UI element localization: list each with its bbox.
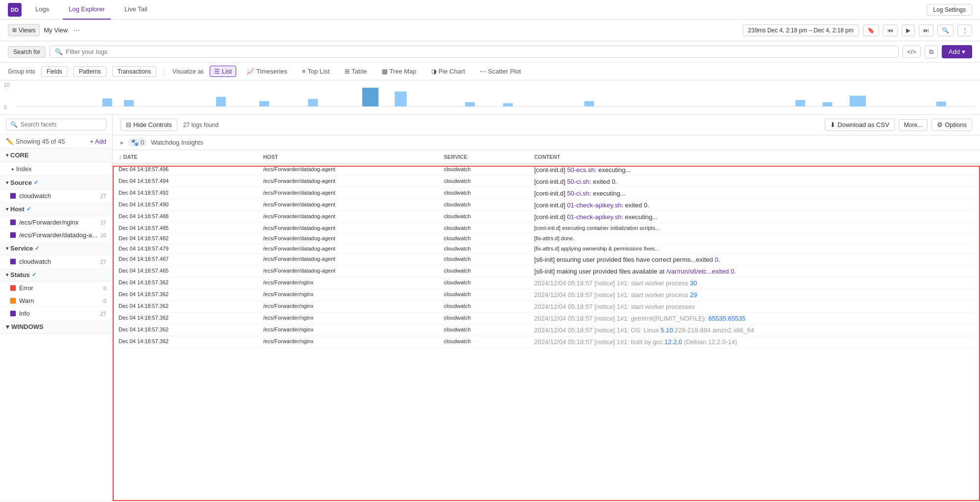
cell-content: 2024/12/04 05:18:57 [notice] 1#1: start … bbox=[528, 277, 980, 289]
time-range-display[interactable]: 239ms Dec 4, 2:18 pm – Dec 4, 2:18 pm bbox=[743, 25, 859, 36]
chart-svg bbox=[16, 82, 974, 112]
gear-icon: ⚙ bbox=[937, 121, 943, 128]
table-row[interactable]: Dec 04 14:18:57.362/ecs/Forwarder/nginxc… bbox=[113, 301, 980, 313]
facet-service-cloudwatch[interactable]: cloudwatch 27 bbox=[0, 255, 112, 268]
table-row[interactable]: Dec 04 14:18:57.479/ecs/Forwarder/datado… bbox=[113, 244, 980, 254]
log-settings-button[interactable]: Log Settings bbox=[927, 4, 972, 16]
expand-icon: ▸ bbox=[121, 139, 124, 146]
table-row[interactable]: Dec 04 14:18:57.362/ecs/Forwarder/nginxc… bbox=[113, 325, 980, 336]
tab-live-tail[interactable]: Live Tail bbox=[119, 0, 153, 20]
chart-area: 10 0 bbox=[0, 80, 980, 115]
section-service[interactable]: ▾ Service ✓ bbox=[0, 242, 112, 255]
hide-controls-button[interactable]: ⊟ Hide Controls bbox=[121, 119, 177, 131]
cell-content: 2024/12/04 05:18:57 [notice] 1#1: getrli… bbox=[528, 313, 980, 325]
checkbox-source-cloudwatch[interactable] bbox=[10, 193, 16, 199]
table-row[interactable]: Dec 04 14:18:57.490/ecs/Forwarder/datado… bbox=[113, 200, 980, 211]
checkbox-service-cloudwatch[interactable] bbox=[10, 258, 16, 265]
cell-content: [s6-init] ensuring user provided files h… bbox=[528, 254, 980, 266]
col-header-content[interactable]: CONTENT bbox=[528, 150, 980, 164]
bookmark-button[interactable]: 🔖 bbox=[863, 25, 879, 36]
table-row[interactable]: Dec 04 14:18:57.362/ecs/Forwarder/nginxc… bbox=[113, 313, 980, 325]
col-header-host[interactable]: HOST bbox=[257, 150, 438, 164]
tab-transactions[interactable]: Transactions bbox=[112, 66, 156, 77]
table-row[interactable]: Dec 04 14:18:57.488/ecs/Forwarder/datado… bbox=[113, 211, 980, 223]
table-row[interactable]: Dec 04 14:18:57.362/ecs/Forwarder/nginxc… bbox=[113, 289, 980, 301]
table-row[interactable]: Dec 04 14:18:57.362/ecs/Forwarder/nginxc… bbox=[113, 336, 980, 348]
checkbox-host-datadog[interactable] bbox=[10, 232, 16, 238]
watchdog-label: Watchdog Insights bbox=[151, 139, 203, 146]
copy-button[interactable]: ⧉ bbox=[925, 46, 938, 58]
top-nav: DD Logs Log Explorer Live Tail Log Setti… bbox=[0, 0, 980, 20]
tab-patterns[interactable]: Patterns bbox=[74, 66, 106, 77]
cell-date: Dec 04 14:18:57.362 bbox=[113, 277, 257, 289]
facet-status-error-count: 0 bbox=[103, 285, 106, 291]
list-icon: ☰ bbox=[214, 68, 220, 75]
cell-date: Dec 04 14:18:57.479 bbox=[113, 244, 257, 254]
section-core[interactable]: ▾ CORE bbox=[0, 149, 112, 162]
code-button[interactable]: </> bbox=[903, 46, 921, 58]
viz-tree-map[interactable]: ▦ Tree Map bbox=[377, 66, 421, 77]
viz-top-list[interactable]: ≡ Top List bbox=[297, 66, 334, 77]
table-row[interactable]: Dec 04 14:18:57.482/ecs/Forwarder/datado… bbox=[113, 233, 980, 244]
group-visualize-bar: Group into Fields Patterns Transactions … bbox=[0, 63, 980, 80]
table-row[interactable]: Dec 04 14:18:57.362/ecs/Forwarder/nginxc… bbox=[113, 277, 980, 289]
checkbox-host-nginx[interactable] bbox=[10, 219, 16, 226]
group-into-label: Group into bbox=[8, 68, 35, 75]
controls-icon: ⊟ bbox=[126, 121, 131, 128]
viz-scatter-plot[interactable]: ⋯ Scatter Plot bbox=[475, 66, 525, 77]
viz-list[interactable]: ☰ List bbox=[210, 66, 236, 77]
viz-table[interactable]: ⊞ Table bbox=[340, 66, 371, 77]
col-header-service[interactable]: SERVICE bbox=[438, 150, 528, 164]
section-source[interactable]: ▾ Source ✓ bbox=[0, 176, 112, 190]
table-row[interactable]: Dec 04 14:18:57.496/ecs/Forwarder/datado… bbox=[113, 164, 980, 176]
options-button[interactable]: ⚙ Options bbox=[931, 119, 972, 131]
facet-status-error[interactable]: Error 0 bbox=[0, 282, 112, 295]
checkbox-status-info[interactable] bbox=[10, 310, 16, 317]
cell-content: [cont-init.d] executing container initia… bbox=[528, 223, 980, 233]
table-row[interactable]: Dec 04 14:18:57.465/ecs/Forwarder/datado… bbox=[113, 266, 980, 277]
tab-logs[interactable]: Logs bbox=[29, 0, 55, 20]
sidebar-search-input[interactable] bbox=[21, 121, 102, 128]
more-nav-button[interactable]: ⋮ bbox=[957, 25, 972, 36]
viz-pie-chart[interactable]: ◑ Pie Chart bbox=[427, 66, 469, 77]
facet-status-warn[interactable]: Warn 0 bbox=[0, 295, 112, 307]
y-max-label: 10 bbox=[4, 82, 9, 88]
facet-status-info[interactable]: Info 27 bbox=[0, 307, 112, 320]
watchdog-row[interactable]: ▸ 🐾 0 Watchdog Insights bbox=[113, 135, 980, 150]
checkbox-status-error[interactable] bbox=[10, 285, 16, 291]
play-button[interactable]: ▶ bbox=[902, 25, 915, 36]
add-button[interactable]: Add ▾ bbox=[942, 45, 972, 58]
more-button[interactable]: More... bbox=[899, 119, 928, 131]
source-verified-icon: ✓ bbox=[34, 179, 38, 186]
download-csv-button[interactable]: ⬇ Download as CSV bbox=[825, 119, 895, 131]
table-row[interactable]: Dec 04 14:18:57.467/ecs/Forwarder/datado… bbox=[113, 254, 980, 266]
next-button[interactable]: ⏭ bbox=[919, 25, 933, 36]
cell-service: cloudwatch bbox=[438, 254, 528, 266]
section-windows[interactable]: ▾ WINDOWS bbox=[0, 320, 112, 334]
tab-fields[interactable]: Fields bbox=[41, 66, 68, 77]
section-status[interactable]: ▾ Status ✓ bbox=[0, 268, 112, 282]
facet-source-cloudwatch[interactable]: cloudwatch 27 bbox=[0, 190, 112, 202]
col-header-date[interactable]: ↓ DATE bbox=[113, 150, 257, 164]
facet-host-nginx[interactable]: /ecs/Forwarder/nginx 17 bbox=[0, 216, 112, 229]
prev-button[interactable]: ⏮ bbox=[883, 25, 898, 36]
facet-host-datadog[interactable]: /ecs/Forwarder/datadog-a... 10 bbox=[0, 229, 112, 242]
section-status-label: Status bbox=[10, 271, 30, 278]
section-host[interactable]: ▾ Host ✓ bbox=[0, 202, 112, 216]
views-button[interactable]: ⊞ Views bbox=[8, 24, 40, 36]
viz-timeseries[interactable]: 📈 Timeseries bbox=[242, 66, 292, 77]
tab-log-explorer[interactable]: Log Explorer bbox=[63, 0, 111, 20]
add-facet-button[interactable]: + Add bbox=[90, 138, 106, 145]
cell-date: Dec 04 14:18:57.492 bbox=[113, 188, 257, 200]
cell-content: [s6-init] making user provided files ava… bbox=[528, 266, 980, 277]
facet-host-datadog-count: 10 bbox=[100, 232, 106, 238]
zoom-button[interactable]: 🔍 bbox=[937, 25, 954, 36]
checkbox-status-warn[interactable] bbox=[10, 298, 16, 304]
table-row[interactable]: Dec 04 14:18:57.492/ecs/Forwarder/datado… bbox=[113, 188, 980, 200]
search-input[interactable] bbox=[66, 48, 893, 55]
table-row[interactable]: Dec 04 14:18:57.485/ecs/Forwarder/datado… bbox=[113, 223, 980, 233]
kebab-menu-button[interactable]: ⋯ bbox=[72, 25, 82, 36]
subsection-index[interactable]: ▸ Index bbox=[0, 162, 112, 176]
table-row[interactable]: Dec 04 14:18:57.494/ecs/Forwarder/datado… bbox=[113, 176, 980, 188]
cell-date: Dec 04 14:18:57.482 bbox=[113, 233, 257, 244]
